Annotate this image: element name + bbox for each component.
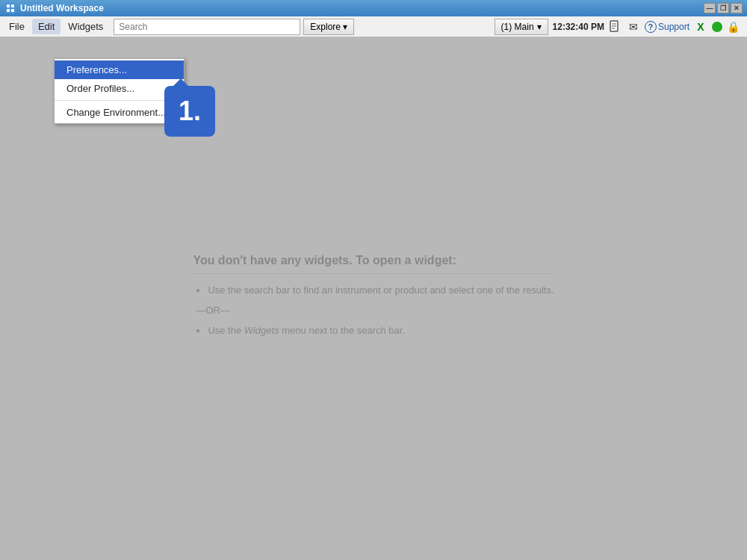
- title-bar: Untitled Workspace — ❐ ✕: [0, 0, 747, 16]
- instruction-item-1: Use the search bar to find an instrument…: [208, 283, 554, 298]
- excel-icon[interactable]: X: [694, 20, 707, 34]
- svg-rect-2: [11, 4, 14, 7]
- time-display: 12:32:40 PM: [553, 22, 604, 32]
- toolbar-right: (1) Main ▾ 12:32:40 PM ✉ ? Support X 🔒: [495, 19, 744, 35]
- window-title: Untitled Workspace: [20, 3, 704, 13]
- menu-bar: File Edit Widgets Explore ▾ (1) Main ▾ 1…: [0, 16, 747, 37]
- svg-rect-4: [11, 9, 14, 12]
- svg-rect-3: [7, 9, 10, 12]
- svg-rect-1: [7, 4, 10, 7]
- status-indicator: [712, 22, 722, 32]
- explore-arrow-icon: ▾: [343, 22, 347, 32]
- main-dropdown[interactable]: (1) Main ▾: [495, 19, 548, 35]
- window-controls: — ❐ ✕: [704, 3, 743, 13]
- empty-state-content: You don't have any widgets. To open a wi…: [193, 254, 554, 344]
- callout-number: 1.: [179, 96, 201, 127]
- close-button[interactable]: ✕: [731, 3, 743, 13]
- instructions-list-2: Use the Widgets menu next to the search …: [208, 323, 554, 338]
- support-button[interactable]: ? Support: [645, 21, 689, 33]
- empty-state-title: You don't have any widgets. To open a wi…: [193, 254, 554, 267]
- main-content: Preferences... Order Profiles... Change …: [0, 37, 747, 560]
- search-input[interactable]: [114, 19, 300, 35]
- content-divider: [193, 273, 554, 274]
- minimize-button[interactable]: —: [704, 3, 716, 13]
- main-label: (1) Main: [501, 22, 534, 32]
- support-question-icon: ?: [645, 21, 657, 33]
- explore-label: Explore: [310, 22, 341, 32]
- file-menu[interactable]: File: [3, 19, 31, 34]
- or-divider: —OR—: [193, 305, 554, 316]
- explore-button[interactable]: Explore ▾: [303, 19, 354, 35]
- mail-icon[interactable]: ✉: [627, 20, 640, 34]
- restore-button[interactable]: ❐: [717, 3, 729, 13]
- app-icon: [4, 2, 16, 14]
- widgets-menu[interactable]: Widgets: [62, 19, 109, 34]
- instruction-item-2: Use the Widgets menu next to the search …: [208, 323, 554, 338]
- preferences-menu-item[interactable]: Preferences...: [55, 60, 184, 79]
- main-arrow-icon: ▾: [537, 22, 542, 32]
- document-icon[interactable]: [609, 20, 622, 34]
- widgets-italic: Widgets: [244, 325, 279, 336]
- instructions-list: Use the search bar to find an instrument…: [208, 283, 554, 298]
- support-label: Support: [658, 22, 689, 32]
- edit-menu[interactable]: Edit: [32, 19, 61, 34]
- callout-bubble: 1.: [164, 86, 215, 137]
- lock-icon[interactable]: 🔒: [727, 21, 740, 33]
